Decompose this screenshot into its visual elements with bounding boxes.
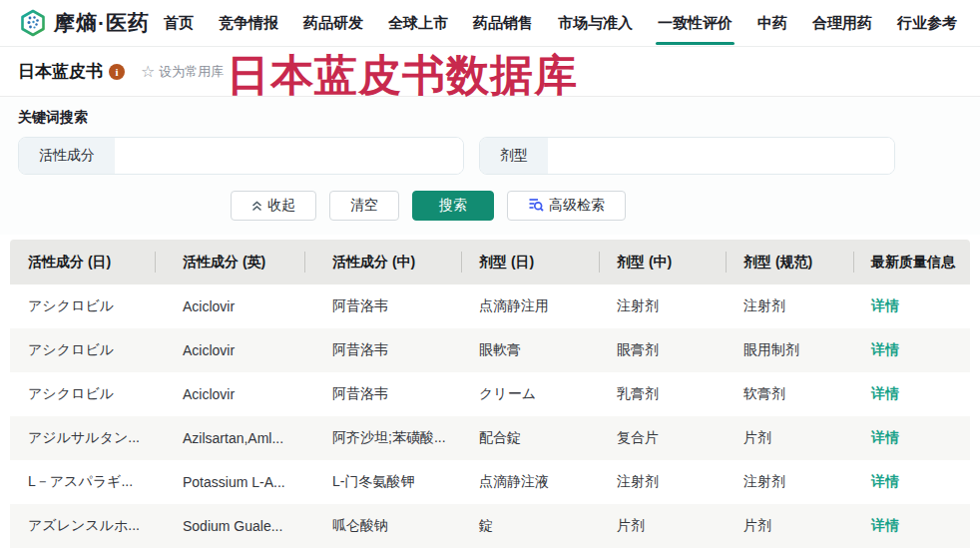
- cell-ingredient-en: Aciclovir: [155, 386, 304, 402]
- cell-form-ja: 錠: [461, 517, 599, 535]
- cell-ingredient-en: Sodium Guale...: [155, 518, 304, 534]
- results-table: 活性成分 (日) 活性成分 (英) 活性成分 (中) 剂型 (日) 剂型 (中)…: [10, 240, 970, 548]
- cell-form-std: 注射剂: [726, 473, 853, 491]
- active-ingredient-input[interactable]: [115, 138, 463, 174]
- cell-ingredient-zh: 阿昔洛韦: [304, 385, 461, 403]
- cell-ingredient-en: Aciclovir: [155, 298, 304, 314]
- table-row: アシクロビル Aciclovir 阿昔洛韦 点滴静注用 注射剂 注射剂 详情: [10, 284, 970, 328]
- detail-link[interactable]: 详情: [871, 297, 899, 313]
- col-header-latest-quality-info: 最新质量信息: [853, 240, 970, 284]
- cell-form-zh: 乳膏剂: [599, 385, 726, 403]
- cell-form-std: 注射剂: [726, 297, 853, 315]
- cell-ingredient-zh: 呱仑酸钠: [304, 517, 461, 535]
- cell-form-std: 片剂: [726, 429, 853, 447]
- cell-form-ja: 眼軟膏: [461, 341, 599, 359]
- nav-item-rational-use[interactable]: 合理用药: [812, 1, 872, 45]
- cell-form-ja: 点滴静注液: [461, 473, 599, 491]
- cell-form-ja: クリーム: [461, 385, 599, 403]
- col-header-form-std: 剂型 (规范): [726, 240, 853, 284]
- cell-ingredient-ja: アシクロビル: [10, 297, 155, 315]
- dosage-form-label: 剂型: [480, 138, 548, 174]
- info-icon[interactable]: i: [109, 64, 125, 80]
- cell-form-zh: 注射剂: [599, 473, 726, 491]
- brand-name: 摩熵·医药: [54, 9, 150, 37]
- col-header-ingredient-en: 活性成分 (英): [155, 240, 304, 284]
- advanced-search-icon: [528, 197, 544, 216]
- cell-ingredient-ja: L－アスパラギ...: [10, 473, 155, 491]
- brand-logo-icon: [18, 8, 48, 38]
- nav-item-consistency-evaluation[interactable]: 一致性评价: [658, 1, 733, 45]
- cell-ingredient-en: Aciclovir: [155, 342, 304, 358]
- nav-item-drug-rnd[interactable]: 药品研发: [303, 1, 363, 45]
- page-title: 日本蓝皮书: [18, 60, 103, 83]
- collapse-button[interactable]: 收起: [231, 191, 316, 221]
- field-group-dosage-form: 剂型: [479, 137, 895, 175]
- table-row: アシクロビル Aciclovir 阿昔洛韦 眼軟膏 眼膏剂 眼用制剂 详情: [10, 328, 970, 372]
- clear-button-label: 清空: [350, 197, 378, 215]
- nav-item-global-launch[interactable]: 全球上市: [388, 1, 448, 45]
- main-nav: 首页 竞争情报 药品研发 全球上市 药品销售 市场与准入 一致性评价 中药 合理…: [164, 1, 980, 45]
- cell-ingredient-zh: 阿昔洛韦: [304, 297, 461, 315]
- red-annotation-text: 日本蓝皮书数据库: [227, 47, 578, 105]
- advanced-search-button[interactable]: 高级检索: [507, 191, 626, 221]
- cell-form-zh: 复合片: [599, 429, 726, 447]
- detail-link[interactable]: 详情: [871, 341, 899, 357]
- cell-form-zh: 注射剂: [599, 297, 726, 315]
- table-row: アジルサルタン... Azilsartan,Aml... 阿齐沙坦;苯磺酸...…: [10, 416, 970, 460]
- nav-item-home[interactable]: 首页: [164, 1, 194, 45]
- col-header-form-ja: 剂型 (日): [461, 240, 599, 284]
- top-navbar: 摩熵·医药 首页 竞争情报 药品研发 全球上市 药品销售 市场与准入 一致性评价…: [0, 0, 980, 47]
- cell-form-ja: 配合錠: [461, 429, 599, 447]
- cell-ingredient-ja: アズレンスルホ...: [10, 517, 155, 535]
- set-favorite-button[interactable]: ☆ 设为常用库: [141, 63, 224, 81]
- nav-item-tcm[interactable]: 中药: [757, 1, 787, 45]
- cell-ingredient-en: Potassium L-A...: [155, 474, 304, 490]
- cell-form-std: 软膏剂: [726, 385, 853, 403]
- table-row: アシクロビル Aciclovir 阿昔洛韦 クリーム 乳膏剂 软膏剂 详情: [10, 372, 970, 416]
- search-fields-row: 活性成分 剂型: [18, 137, 962, 175]
- detail-link[interactable]: 详情: [871, 473, 899, 489]
- keyword-search-panel: 关键词搜索 活性成分 剂型 收起 清空 搜索: [0, 97, 980, 235]
- nav-item-industry-reference[interactable]: 行业参考: [897, 1, 957, 45]
- cell-ingredient-ja: アジルサルタン...: [10, 429, 155, 447]
- table-row: アズレンスルホ... Sodium Guale... 呱仑酸钠 錠 片剂 片剂 …: [10, 504, 970, 548]
- keyword-search-label: 关键词搜索: [18, 109, 962, 127]
- nav-item-market-access[interactable]: 市场与准入: [558, 1, 633, 45]
- col-header-ingredient-zh: 活性成分 (中): [304, 240, 461, 284]
- star-icon: ☆: [141, 64, 155, 80]
- double-chevron-up-icon: [251, 201, 262, 212]
- col-header-ingredient-ja: 活性成分 (日): [10, 240, 155, 284]
- cell-ingredient-zh: 阿齐沙坦;苯磺酸...: [304, 429, 461, 447]
- cell-ingredient-zh: L-门冬氨酸钾: [304, 473, 461, 491]
- cell-form-zh: 眼膏剂: [599, 341, 726, 359]
- cell-ingredient-zh: 阿昔洛韦: [304, 341, 461, 359]
- nav-item-competitive-intel[interactable]: 竞争情报: [219, 1, 278, 45]
- clear-button[interactable]: 清空: [329, 191, 399, 221]
- cell-form-ja: 点滴静注用: [461, 297, 599, 315]
- advanced-search-label: 高级检索: [549, 197, 605, 215]
- table-row: L－アスパラギ... Potassium L-A... L-门冬氨酸钾 点滴静注…: [10, 460, 970, 504]
- cell-form-std: 片剂: [726, 517, 853, 535]
- detail-link[interactable]: 详情: [871, 385, 899, 401]
- table-header-row: 活性成分 (日) 活性成分 (英) 活性成分 (中) 剂型 (日) 剂型 (中)…: [10, 240, 970, 284]
- nav-item-drug-sales[interactable]: 药品销售: [473, 1, 533, 45]
- field-group-active-ingredient: 活性成分: [18, 137, 464, 175]
- active-ingredient-label: 活性成分: [19, 138, 115, 174]
- search-button-label: 搜索: [439, 197, 467, 215]
- cell-ingredient-ja: アシクロビル: [10, 385, 155, 403]
- page-title-bar: 日本蓝皮书 i ☆ 设为常用库 日本蓝皮书数据库: [0, 47, 980, 97]
- cell-form-std: 眼用制剂: [726, 341, 853, 359]
- collapse-button-label: 收起: [267, 197, 295, 215]
- cell-ingredient-en: Azilsartan,Aml...: [155, 430, 304, 446]
- col-header-form-zh: 剂型 (中): [599, 240, 726, 284]
- search-button[interactable]: 搜索: [412, 191, 494, 221]
- search-buttons-row: 收起 清空 搜索 高级检索: [0, 191, 900, 221]
- detail-link[interactable]: 详情: [871, 429, 899, 445]
- favorite-label: 设为常用库: [159, 63, 224, 81]
- cell-ingredient-ja: アシクロビル: [10, 341, 155, 359]
- cell-form-zh: 片剂: [599, 517, 726, 535]
- dosage-form-input[interactable]: [548, 138, 894, 174]
- detail-link[interactable]: 详情: [871, 517, 899, 533]
- brand-logo[interactable]: 摩熵·医药: [18, 8, 150, 38]
